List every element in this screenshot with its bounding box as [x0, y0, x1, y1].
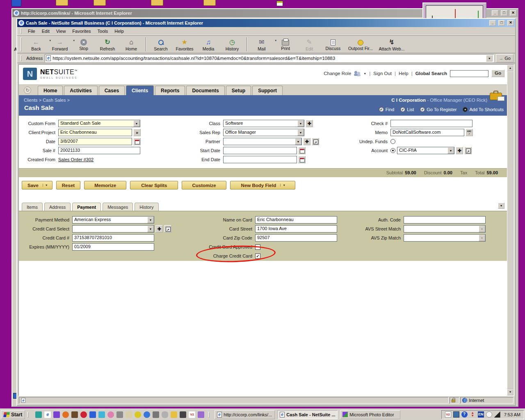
tray-network-icon[interactable] [453, 411, 459, 418]
chevron-down-icon[interactable]: ▼ [447, 147, 454, 154]
scroll-up-button[interactable]: ▲ [507, 65, 514, 71]
date-input[interactable]: 3/8/2007 [58, 138, 132, 145]
open-list-icon[interactable] [312, 138, 319, 145]
calendar-icon[interactable] [133, 138, 141, 145]
quick-launch-icon[interactable] [171, 411, 177, 418]
start-button[interactable]: Start [1, 410, 25, 419]
breadcrumb[interactable]: Clients > Cash Sales > [24, 98, 70, 103]
chevron-down-icon[interactable]: ▼ [486, 55, 493, 62]
payment-method-select[interactable]: American Express▼ [72, 216, 154, 224]
subtab-messages[interactable]: Messages [103, 203, 133, 211]
menu-view[interactable]: View [53, 28, 69, 34]
tab-setup[interactable]: Setup [226, 86, 251, 95]
menu-tools[interactable]: Tools [95, 28, 111, 34]
sale-number-input[interactable]: 20021133 [58, 147, 140, 154]
change-role-link[interactable]: Change Role [324, 71, 351, 76]
media-button[interactable]: ♫ Media [196, 36, 220, 53]
tab-cases[interactable]: Cases [99, 86, 125, 95]
class-select[interactable]: Software▼ [223, 120, 304, 127]
toolbar-gripper[interactable] [21, 55, 22, 61]
address-input[interactable]: https://system.netsuite.com/app/accounti… [45, 54, 494, 62]
add-to-shortcuts-link[interactable]: +Add To Shortcuts [463, 107, 504, 112]
quick-launch-icon[interactable] [107, 411, 114, 418]
tab-support[interactable]: Support [252, 86, 283, 95]
start-date-input[interactable] [223, 147, 297, 154]
toolbar-gripper[interactable] [21, 28, 22, 34]
custom-form-select[interactable]: Standard Cash Sale▼ [58, 120, 140, 127]
back-button[interactable]: ← ▾ Back [24, 36, 48, 53]
card-street-input[interactable]: 1700 Iowa Ave [255, 225, 337, 233]
home-button[interactable]: ⌂ Home [119, 36, 143, 53]
chevron-down-icon[interactable]: ▼ [133, 120, 140, 127]
add-new-icon[interactable]: ✚ [306, 120, 313, 127]
chevron-down-icon[interactable]: ▼ [147, 226, 154, 232]
search-button[interactable]: Search [149, 36, 173, 53]
add-new-icon[interactable]: ✚ [303, 138, 310, 145]
toolbar-gripper[interactable] [21, 37, 22, 51]
tab-activities[interactable]: Activities [64, 86, 97, 95]
customize-button[interactable]: Customize [182, 181, 226, 189]
maximize-button[interactable]: □ [501, 10, 507, 16]
credit-card-select[interactable]: ▼ [72, 225, 154, 233]
auth-code-input[interactable] [404, 216, 486, 224]
menu-favorites[interactable]: Favorites [69, 28, 94, 34]
chevron-down-icon[interactable]: ▼ [147, 217, 154, 223]
maximize-button[interactable]: □ [498, 20, 505, 26]
chevron-down-icon[interactable]: ▼ [43, 184, 50, 187]
minimize-button[interactable]: _ [492, 10, 498, 16]
go-to-register-link[interactable]: ✔Go To Register [420, 107, 457, 112]
outpost-button[interactable]: Outpost Fir... [345, 36, 376, 53]
desktop-folder-icon[interactable] [151, 0, 163, 6]
vertical-scrollbar[interactable]: ▲ ▼ [507, 65, 514, 395]
global-search-input[interactable] [450, 70, 488, 77]
chevron-down-icon[interactable]: ▼ [297, 120, 304, 127]
attach-web-button[interactable]: ↯ Attach Web... [376, 36, 407, 53]
card-zip-input[interactable]: 92507 [255, 234, 337, 242]
avs-street-select[interactable]: ▼ [404, 225, 486, 233]
discuss-button[interactable]: Discuss [321, 36, 345, 53]
quick-launch-icon[interactable] [162, 411, 168, 418]
quick-launch-icon[interactable] [89, 411, 96, 418]
credit-card-approved-checkbox[interactable] [255, 244, 260, 250]
quick-launch-icon[interactable] [144, 411, 150, 418]
refresh-swirl-icon[interactable]: ↻ [24, 87, 31, 94]
taskbar-task-3[interactable]: Microsoft Photo Editor [340, 410, 400, 419]
favorites-button[interactable]: ★ Favorites [173, 36, 196, 53]
client-project-input[interactable]: Eric Charbonneau [58, 129, 132, 136]
save-button[interactable]: Save▼ [22, 181, 52, 189]
check-number-input[interactable] [390, 120, 472, 127]
chevron-down-icon[interactable]: ▼ [297, 129, 304, 136]
subtab-address[interactable]: Address [44, 203, 71, 211]
open-list-icon[interactable] [464, 147, 472, 154]
language-indicator[interactable]: EN [478, 411, 484, 418]
menu-edit[interactable]: Edit [39, 28, 52, 34]
quick-launch-icon[interactable] [180, 411, 186, 418]
add-new-icon[interactable]: ✚ [456, 147, 463, 154]
memorize-button[interactable]: Memorize [84, 181, 126, 189]
desktop-folder-icon[interactable] [56, 0, 68, 6]
end-date-input[interactable] [223, 156, 297, 163]
quick-launch-icon[interactable] [198, 411, 204, 418]
calendar-icon[interactable] [298, 156, 306, 163]
tray-help-icon[interactable]: ? [461, 411, 468, 418]
quick-launch-icon[interactable]: V2 [189, 411, 195, 418]
spellcheck-icon[interactable]: ABC✓ [466, 129, 473, 136]
reset-button[interactable]: Reset [56, 181, 80, 189]
created-from-link[interactable]: Sales Order #302 [58, 157, 94, 162]
desktop-folder-icon[interactable] [203, 0, 216, 6]
tab-home[interactable]: Home [38, 86, 63, 95]
quick-launch-icon[interactable] [135, 411, 141, 418]
list-link[interactable]: ✔List [400, 107, 414, 112]
tray-volume-icon[interactable] [494, 411, 500, 418]
refresh-button[interactable]: ↻ Refresh [96, 36, 119, 53]
scrollbar-thumb[interactable] [507, 71, 514, 389]
mail-button[interactable]: ✉ ▾ Mail [250, 36, 274, 53]
quick-launch-icon[interactable] [126, 411, 132, 418]
add-new-icon[interactable]: ✚ [155, 225, 163, 233]
quick-launch-icon[interactable] [71, 411, 78, 418]
partner-select[interactable]: ▼ [223, 138, 302, 145]
open-list-icon[interactable] [164, 225, 171, 233]
global-search-go-button[interactable]: Go [491, 70, 504, 77]
stop-button[interactable]: ✕ Stop [72, 36, 96, 53]
chevron-down-icon[interactable]: ▼ [295, 138, 301, 145]
